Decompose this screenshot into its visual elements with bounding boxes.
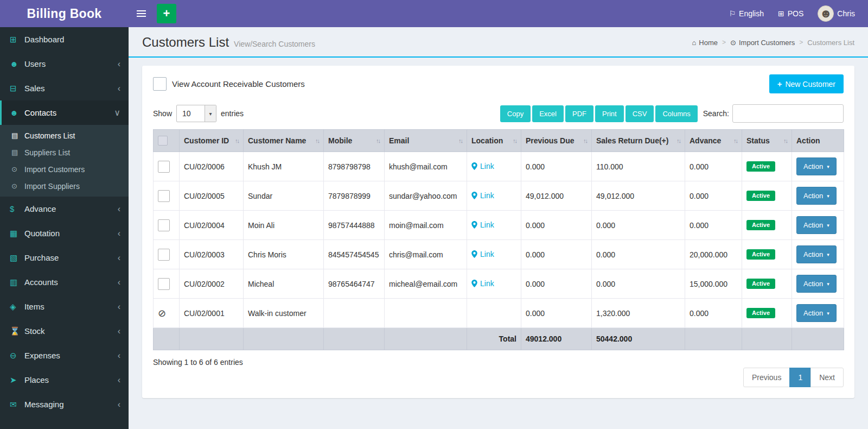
cell-status: Active (742, 211, 792, 240)
sidebar-item-places[interactable]: ➤ Places ‹ (0, 368, 129, 392)
card-toolbar-top: View Account Receivable Customers + New … (153, 74, 844, 93)
contacts-icon: ☻ (10, 108, 24, 117)
sidebar-item-suppliers-list[interactable]: ▤ Suppliers List (0, 144, 129, 161)
column-header-customer-id[interactable]: Customer ID↑↓ (180, 130, 244, 152)
sidebar-item-items[interactable]: ◈ Items ‹ (0, 294, 129, 319)
cell-action: Action ▾ (792, 152, 844, 181)
sidebar-item-sales[interactable]: ⊟ Sales ‹ (0, 76, 129, 100)
export-button-excel[interactable]: Excel (532, 105, 564, 122)
cell-customer-name: Chris Moris (244, 240, 324, 269)
sidebar-top-items: ⊞ Dashboard ☻ Users ‹ ⊟ Sales ‹ (0, 27, 129, 100)
cell-previous-due: 0.000 (521, 299, 592, 328)
action-button[interactable]: Action ▾ (796, 245, 837, 263)
pos-button[interactable]: ⊞ POS (778, 0, 803, 27)
export-button-columns[interactable]: Columns (655, 105, 697, 122)
sidebar-item-advance[interactable]: $ Advance ‹ (0, 197, 129, 221)
row-checkbox[interactable] (158, 249, 170, 261)
column-header-sales-return-due[interactable]: Sales Return Due(+)↑↓ (592, 130, 685, 152)
cell-mobile: 8798798798 (324, 152, 385, 181)
location-pin-icon (471, 192, 477, 199)
location-link[interactable]: Link (471, 220, 494, 229)
sidebar-nav: ⊞ Dashboard ☻ Users ‹ ⊟ Sales ‹ ☻ C (0, 27, 129, 417)
location-link[interactable]: Link (471, 279, 494, 288)
cell-mobile: 98757444888 (324, 211, 385, 240)
sidebar-item-customers-list[interactable]: ▤ Customers List (0, 127, 129, 144)
cell-select (154, 211, 180, 240)
pagination-next[interactable]: Next (810, 368, 844, 387)
cell-location (467, 299, 521, 328)
user-menu[interactable]: ☻ Chris (818, 0, 855, 27)
users-icon: ☻ (10, 59, 24, 68)
row-checkbox[interactable] (158, 278, 170, 290)
sidebar-item-accounts[interactable]: ▥ Accounts ‹ (0, 270, 129, 294)
row-checkbox[interactable] (158, 219, 170, 231)
sidebar-item-label: Users (24, 59, 46, 68)
column-header-location[interactable]: Location↑↓ (467, 130, 521, 152)
row-checkbox[interactable] (158, 190, 170, 202)
sidebar-item-users[interactable]: ☻ Users ‹ (0, 52, 129, 76)
sidebar-item-quotation[interactable]: ▦ Quotation ‹ (0, 221, 129, 245)
action-button[interactable]: Action ▾ (796, 304, 837, 322)
brand[interactable]: Billing Book (0, 0, 129, 27)
action-button[interactable]: Action ▾ (796, 187, 837, 205)
total-label: Total (467, 328, 521, 350)
export-button-csv[interactable]: CSV (626, 105, 654, 122)
sidebar-item-messaging[interactable]: ✉ Messaging ‹ (0, 392, 129, 417)
pagination-page-1[interactable]: 1 (789, 368, 811, 387)
language-menu[interactable]: ⚐ English (729, 0, 764, 27)
column-header-status[interactable]: Status↑↓ (742, 130, 792, 152)
sidebar-item-import-customers[interactable]: ⊙ Import Customers (0, 161, 129, 178)
breadcrumb-home[interactable]: ⌂ Home (692, 39, 718, 47)
column-header-advance[interactable]: Advance↑↓ (685, 130, 742, 152)
export-button-print[interactable]: Print (595, 105, 624, 122)
search-input[interactable] (732, 104, 844, 123)
cell-action: Action ▾ (792, 181, 844, 211)
table-header-row: Customer ID↑↓ Customer Name↑↓ Mobile↑↓ E… (154, 130, 844, 152)
column-header-email[interactable]: Email↑↓ (385, 130, 467, 152)
table-total-row: Total 49012.000 50442.000 (154, 328, 844, 350)
sidebar-item-label: Advance (24, 204, 56, 213)
receivable-filter-checkbox[interactable] (153, 77, 167, 91)
quick-add-button[interactable]: + (157, 4, 176, 23)
sidebar-item-contacts[interactable]: ☻ Contacts ∨ (0, 100, 129, 125)
cell-mobile (324, 299, 385, 328)
stock-icon: ⌛ (10, 326, 24, 336)
export-button-pdf[interactable]: PDF (565, 105, 593, 122)
sidebar-toggle-button[interactable] (129, 0, 154, 27)
expenses-icon: ⊖ (10, 351, 24, 361)
chevron-left-icon: ‹ (118, 84, 120, 93)
new-customer-button[interactable]: + New Customer (769, 74, 844, 93)
select-all-checkbox[interactable] (158, 136, 168, 146)
cell-previous-due: 0.000 (521, 269, 592, 299)
pos-label: POS (788, 9, 804, 18)
show-label: Show (153, 109, 172, 118)
location-link-label: Link (480, 191, 494, 200)
location-link[interactable]: Link (471, 162, 494, 171)
sidebar-item-stock[interactable]: ⌛ Stock ‹ (0, 319, 129, 343)
column-header-previous-due[interactable]: Previous Due↑↓ (521, 130, 592, 152)
location-pin-icon (471, 250, 477, 258)
column-header-customer-name[interactable]: Customer Name↑↓ (244, 130, 324, 152)
action-button[interactable]: Action ▾ (796, 216, 837, 234)
sidebar-item-import-suppliers[interactable]: ⊙ Import Suppliers (0, 178, 129, 194)
user-name: Chris (837, 9, 855, 18)
action-button[interactable]: Action ▾ (796, 157, 837, 175)
page-length-select[interactable]: 10 ▾ (176, 105, 216, 122)
action-button[interactable]: Action ▾ (796, 275, 837, 293)
row-checkbox[interactable] (158, 161, 170, 173)
sidebar-subitem-label: Customers List (24, 131, 75, 140)
sidebar-item-expenses[interactable]: ⊖ Expenses ‹ (0, 343, 129, 368)
cell-select (154, 240, 180, 269)
table-footer: Showing 1 to 6 of 6 entries Previous 1 N… (153, 358, 844, 387)
pagination-previous[interactable]: Previous (743, 368, 790, 387)
breadcrumb-import-customers[interactable]: ⊙ Import Customers (730, 39, 795, 47)
table-row: ⊘ CU/02/0001 Walk-in customer 0.000 1,32… (154, 299, 844, 328)
sidebar-item-dashboard[interactable]: ⊞ Dashboard (0, 27, 129, 52)
table-body: CU/02/0006 Khush JM 8798798798 khush@mai… (154, 152, 844, 328)
location-link[interactable]: Link (471, 250, 494, 258)
column-header-mobile[interactable]: Mobile↑↓ (324, 130, 385, 152)
location-link[interactable]: Link (471, 191, 494, 200)
sidebar-item-purchase[interactable]: ▧ Purchase ‹ (0, 245, 129, 270)
breadcrumb-current: Customers List (807, 39, 854, 47)
export-button-copy[interactable]: Copy (500, 105, 531, 122)
